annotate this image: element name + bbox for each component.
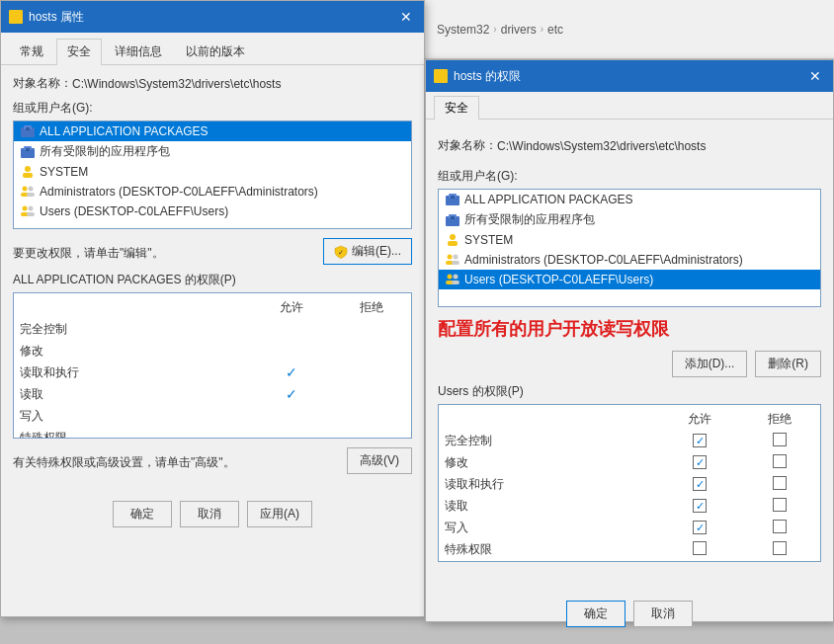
dialog2-perm-deny-4[interactable] [740, 517, 820, 538]
svg-point-25 [448, 255, 453, 260]
listbox-item-4[interactable]: Users (DESKTOP-C0LAEFF\Users) [14, 201, 411, 221]
d2-listbox-item-1[interactable]: 所有受限制的应用程序包 [439, 209, 820, 230]
dialog1-tab-bar: 常规 安全 详细信息 以前的版本 [1, 33, 424, 65]
tab-previous[interactable]: 以前的版本 [175, 39, 256, 64]
dialog2-perm-row-0: 完全控制 [439, 430, 820, 451]
dialog1-perm-deny-0 [332, 318, 411, 340]
d2-listbox-item-3[interactable]: Administrators (DESKTOP-C0LAEFF\Administ… [439, 250, 820, 270]
dialog2-perm-deny-1[interactable] [740, 451, 820, 473]
add-button[interactable]: 添加(D)... [672, 351, 748, 377]
dialog2-perm-deny-0[interactable] [740, 430, 820, 451]
listbox-item-2[interactable]: SYSTEM [14, 162, 411, 182]
cb-deny-1[interactable] [773, 454, 787, 468]
annotation-text: 配置所有的用户开放读写权限 [438, 317, 669, 341]
svg-point-8 [23, 187, 28, 192]
advanced-button[interactable]: 高级(V) [347, 447, 412, 474]
dialog1-perm-row-4: 写入 [14, 405, 411, 427]
dialog2-perm-deny-5[interactable] [740, 538, 820, 560]
dialog2-cancel-button[interactable]: 取消 [633, 601, 693, 627]
dialog2-perm-name-3: 读取 [439, 495, 660, 517]
remove-button[interactable]: 删除(R) [755, 351, 821, 377]
dialog2-perm-allow-3[interactable] [660, 495, 740, 517]
svg-rect-11 [27, 193, 35, 197]
user-icon-3 [20, 184, 36, 200]
dialog1-object-label: 对象名称： [13, 75, 72, 92]
cb-allow-0[interactable] [693, 434, 707, 447]
dialog2-perm-allow-5[interactable] [660, 538, 740, 560]
shield-icon: ✓ [334, 245, 348, 259]
dialog1-perm-name-0: 完全控制 [14, 318, 252, 340]
cb-allow-3[interactable] [693, 499, 707, 513]
dialog2-perm-name-1: 修改 [439, 451, 660, 473]
dialog2-title: hosts 的权限 [454, 68, 521, 85]
dialog2-ok-button[interactable]: 确定 [566, 601, 626, 627]
dialog1-title: hosts 属性 [29, 9, 84, 26]
edit-button[interactable]: ✓ 编辑(E)... [323, 238, 412, 265]
cb-deny-2[interactable] [773, 476, 787, 490]
d2-listbox-item-4[interactable]: Users (DESKTOP-C0LAEFF\Users) [439, 270, 820, 289]
cb-deny-4[interactable] [773, 520, 787, 533]
edit-button-label: 编辑(E)... [352, 243, 401, 260]
dialog1-ok-button[interactable]: 确定 [113, 501, 172, 527]
dialog2-perm-allow-4[interactable] [660, 517, 740, 538]
perm-col-deny: 拒绝 [332, 297, 411, 318]
svg-rect-15 [27, 212, 35, 216]
dialog2-title-icon [434, 69, 448, 83]
d2-listbox-item-2[interactable]: SYSTEM [439, 230, 820, 250]
tab-details[interactable]: 详细信息 [104, 39, 173, 64]
cb-deny-0[interactable] [773, 433, 787, 446]
dialog1-perm-name-4: 写入 [14, 405, 252, 427]
svg-rect-19 [451, 196, 455, 199]
svg-rect-28 [452, 261, 459, 265]
dialog1-user-listbox[interactable]: ALL APPLICATION PACKAGES 所有受限制的应用程序包 SYS… [13, 121, 412, 229]
annotation-container: 配置所有的用户开放读写权限 [438, 315, 821, 351]
dialog1-apply-button[interactable]: 应用(A) [247, 501, 312, 527]
dialog2-perm-deny-3[interactable] [740, 495, 820, 517]
d2-listbox-label-4: Users (DESKTOP-C0LAEFF\Users) [464, 273, 653, 286]
cb-deny-5[interactable] [773, 541, 787, 555]
dialog1-perm-name-2: 读取和执行 [14, 362, 252, 383]
svg-rect-24 [448, 241, 458, 246]
svg-point-29 [448, 275, 453, 280]
svg-point-12 [23, 206, 28, 211]
dialog1-perm-allow-5 [252, 427, 331, 439]
dialog2-close-button[interactable]: ✕ [805, 66, 825, 86]
dialog1-perm-row-2: 读取和执行✓ [14, 362, 411, 383]
svg-point-10 [29, 187, 34, 192]
cb-allow-1[interactable] [693, 455, 707, 469]
cb-deny-3[interactable] [773, 498, 787, 512]
dialog2-perm-allow-1[interactable] [660, 451, 740, 473]
dialog1-perm-allow-4 [252, 405, 331, 427]
listbox-item-1[interactable]: 所有受限制的应用程序包 [14, 141, 411, 162]
svg-point-27 [454, 255, 459, 260]
breadcrumb: System32 › drivers › etc [437, 23, 563, 37]
dialog1-perm-deny-1 [332, 340, 411, 362]
d2-package-icon-0 [445, 192, 460, 207]
tab-general[interactable]: 常规 [9, 39, 54, 64]
dialog2-perm-allow-2[interactable] [660, 473, 740, 495]
listbox-item-3[interactable]: Administrators (DESKTOP-C0LAEFF\Administ… [14, 182, 411, 201]
dialog2-perm-deny-2[interactable] [740, 473, 820, 495]
dialog1-object-row: 对象名称： C:\Windows\System32\drivers\etc\ho… [13, 75, 412, 92]
tab-security[interactable]: 安全 [56, 39, 102, 65]
dialog2-security-tab[interactable]: 安全 [434, 96, 479, 120]
dialog1-perm-name-5: 特殊权限 [14, 427, 252, 439]
dialog1-perm-deny-4 [332, 405, 411, 427]
svg-rect-22 [451, 216, 455, 219]
d2-listbox-label-2: SYSTEM [464, 233, 513, 247]
cb-allow-5[interactable] [693, 541, 707, 555]
d2-listbox-item-0[interactable]: ALL APPLICATION PACKAGES [439, 190, 820, 209]
dialog2-object-row: 对象名称： C:\Windows\System32\drivers\etc\ho… [438, 137, 821, 154]
dialog2-user-listbox[interactable]: ALL APPLICATION PACKAGES 所有受限制的应用程序包 SYS… [438, 189, 821, 307]
dialog2-tab-bar: 安全 [426, 92, 833, 120]
dialog1-perm-row-1: 修改 [14, 340, 411, 362]
dialog1-close-button[interactable]: ✕ [396, 7, 416, 27]
cb-allow-4[interactable] [693, 521, 707, 534]
listbox-item-0[interactable]: ALL APPLICATION PACKAGES [14, 121, 411, 141]
dialog1-cancel-button[interactable]: 取消 [180, 501, 239, 527]
dialog2-perm-allow-0[interactable] [660, 430, 740, 451]
dialog1-perm-deny-5 [332, 427, 411, 439]
cb-allow-2[interactable] [693, 477, 707, 491]
d2-listbox-label-3: Administrators (DESKTOP-C0LAEFF\Administ… [464, 253, 743, 267]
breadcrumb-drivers: drivers [501, 23, 537, 37]
